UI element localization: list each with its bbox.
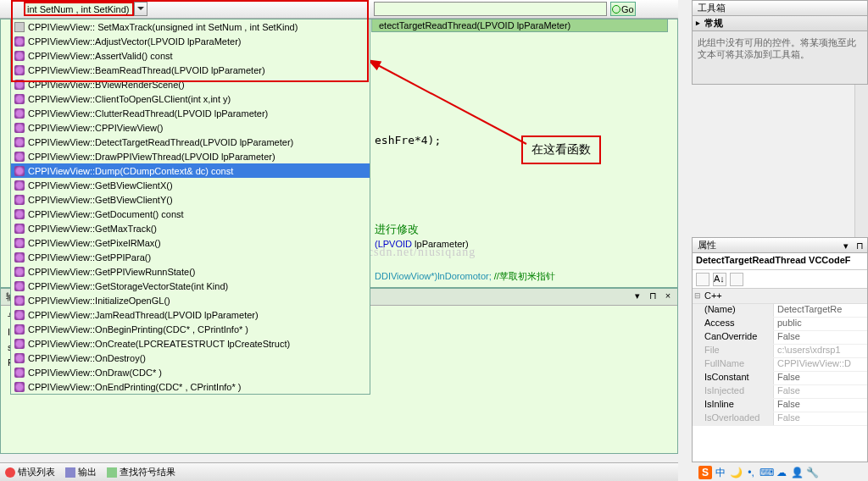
dropdown-item-label: CPPIViewView::AdjustVector(LPVOID lpPara… [28,36,241,47]
ime-keyboard-icon[interactable]: ⌨ [760,466,773,479]
property-name: IsInline [693,399,774,412]
output-tab[interactable]: 输出 [60,464,102,481]
toolbox-category[interactable]: 常规 [693,16,867,31]
dropdown-item[interactable]: CPPIViewView::GetMaxTrack() [11,221,370,235]
dropdown-item-label: CPPIViewView::GetMaxTrack() [28,224,157,234]
dropdown-icon[interactable]: ▾ [840,239,852,253]
dropdown-icon[interactable]: ▾ [632,290,643,302]
property-name: IsInjected [693,385,774,398]
method-icon [14,166,25,176]
property-row[interactable]: (Name)DetectTargetRe [693,304,867,318]
pin-icon[interactable]: ⊓ [647,290,659,302]
method-icon [14,296,25,306]
ime-person-icon[interactable]: 👤 [790,466,804,479]
property-row[interactable]: Accesspublic [693,318,867,331]
dropdown-item[interactable]: CPPIViewView::OnBeginPrinting(CDC* , CPr… [11,322,370,336]
dropdown-item-label: CPPIViewView::ClientToOpenGLClient(int x… [28,94,231,104]
close-icon[interactable]: × [662,290,674,302]
dropdown-item[interactable]: CPPIViewView::OnEndPrinting(CDC* , CPrin… [11,379,370,394]
errors-tab[interactable]: 错误列表 [0,464,60,481]
dropdown-item-label: CPPIViewView::GetDocument() const [28,209,184,219]
ime-punct-icon[interactable]: •, [744,466,758,479]
ime-tool-icon[interactable]: 🔧 [805,466,819,479]
property-value[interactable]: False [774,372,867,384]
dropdown-item[interactable]: CPPIViewView::JamReadThread(LPVOID lpPar… [11,307,370,322]
toolbox-title: 工具箱 [693,1,867,16]
pin-icon[interactable]: ⊓ [854,239,865,253]
find-results-tab[interactable]: 查找符号结果 [102,464,181,481]
dropdown-item[interactable]: CPPIViewView::GetStorageVectorState(int … [11,279,370,293]
method-icon [14,180,25,191]
property-value[interactable]: False [774,399,867,412]
dropdown-item[interactable]: CPPIViewView::DrawPPIViewThread(LPVOID l… [11,149,370,163]
dropdown-item[interactable]: CPPIViewView::ClientToOpenGLClient(int x… [11,91,370,106]
dropdown-item[interactable]: CPPIViewView::BeamReadThread(LPVOID lpPa… [11,63,370,77]
property-value[interactable]: DetectTargetRe [774,304,867,317]
method-icon [14,195,25,205]
dropdown-item[interactable]: CPPIViewView::GetPPIViewRunnState() [11,264,370,279]
method-icon [14,224,25,234]
property-value[interactable]: False [774,385,867,398]
ime-cloud-icon[interactable]: ☁ [775,466,788,479]
dropdown-item-label: CPPIViewView::InitializeOpenGL() [28,296,170,306]
properties-selector[interactable]: DetectTargetReadThread VCCodeF [693,253,867,270]
method-icon [14,368,25,378]
go-button[interactable]: Go [610,2,636,16]
properties-category[interactable]: C++ [693,289,867,304]
dropdown-item[interactable]: CPPIViewView::OnCreate(LPCREATESTRUCT lp… [11,336,370,351]
categorize-icon[interactable] [696,273,709,286]
method-icon [14,382,25,392]
dropdown-item-label: CPPIViewView::GetPPIViewRunnState() [28,267,195,277]
property-name: File [693,345,774,357]
dropdown-item[interactable]: CPPIViewView::GetDocument() const [11,207,370,221]
property-value[interactable]: c:\users\xdrsp1 [774,345,867,357]
dropdown-item[interactable]: CPPIViewView::BViewRenderScene() [11,77,370,91]
properties-panel: 属性 ▾ ⊓ DetectTargetReadThread VCCodeF A↓… [692,237,868,462]
property-row[interactable]: IsInjectedFalse [693,385,867,399]
property-value[interactable]: False [774,412,867,425]
dropdown-item-label: CPPIViewView::OnCreate(LPCREATESTRUCT lp… [28,339,290,349]
property-value[interactable]: False [774,331,867,344]
function-dropdown[interactable]: CPPIViewView:: SetMaxTrack(unsigned int … [10,19,370,395]
property-row[interactable]: IsInlineFalse [693,399,867,412]
dropdown-item[interactable]: CPPIViewView:: SetMaxTrack(unsigned int … [11,19,370,34]
property-row[interactable]: IsOverloadedFalse [693,412,867,426]
sogou-icon[interactable]: S [698,466,712,479]
property-row[interactable]: FullNameCPPIViewView::D [693,358,867,372]
property-row[interactable]: CanOverrideFalse [693,331,867,345]
code-line: 进行修改 [375,222,419,237]
combo-input[interactable] [27,4,131,14]
dropdown-item[interactable]: CPPIViewView::OnDestroy() [11,351,370,365]
dropdown-item[interactable]: CPPIViewView::InitializeOpenGL() [11,293,370,307]
property-name: IsConstant [693,372,774,384]
property-value[interactable]: CPPIViewView::D [774,358,867,371]
property-row[interactable]: Filec:\users\xdrsp1 [693,345,867,358]
dropdown-item[interactable]: CPPIViewView::GetBViewClientY() [11,192,370,207]
toolbox-empty-text: 此组中没有可用的控件。将某项拖至此文本可将其添加到工具箱。 [693,31,867,65]
ime-moon-icon[interactable]: 🌙 [729,466,743,479]
dropdown-item[interactable]: CPPIViewView::CPPIViewView() [11,120,370,135]
property-row[interactable]: IsConstantFalse [693,372,867,385]
property-value[interactable]: public [774,318,867,330]
property-name: IsOverloaded [693,412,774,425]
sort-icon[interactable]: A↓ [713,273,726,286]
properties-toolbar: A↓ [693,270,867,289]
dropdown-item-label: CPPIViewView::JamReadThread(LPVOID lpPar… [28,310,259,320]
callout-box: 在这看函数 [521,135,601,164]
ime-cn-icon[interactable]: 中 [714,466,727,479]
dropdown-item[interactable]: CPPIViewView::GetPPIPara() [11,250,370,264]
props-icon[interactable] [730,273,743,286]
search-input[interactable] [374,2,607,16]
dropdown-item[interactable]: CPPIViewView::ClutterReadThread(LPVOID l… [11,106,370,120]
combo-dropdown-button[interactable] [134,2,147,16]
dropdown-item-label: CPPIViewView:: SetMaxTrack(unsigned int … [28,22,298,32]
function-combo[interactable] [24,2,134,16]
dropdown-item[interactable]: CPPIViewView::AdjustVector(LPVOID lpPara… [11,34,370,48]
dropdown-item[interactable]: CPPIViewView::DetectTargetReadThread(LPV… [11,135,370,149]
dropdown-item[interactable]: CPPIViewView::GetPixelRMax() [11,235,370,250]
dropdown-item[interactable]: CPPIViewView::OnDraw(CDC* ) [11,365,370,379]
dropdown-item[interactable]: CPPIViewView::Dump(CDumpContext& dc) con… [11,163,370,178]
dropdown-item[interactable]: CPPIViewView::AssertValid() const [11,48,370,63]
dropdown-item-label: CPPIViewView::OnBeginPrinting(CDC* , CPr… [28,324,248,334]
dropdown-item[interactable]: CPPIViewView::GetBViewClientX() [11,178,370,192]
